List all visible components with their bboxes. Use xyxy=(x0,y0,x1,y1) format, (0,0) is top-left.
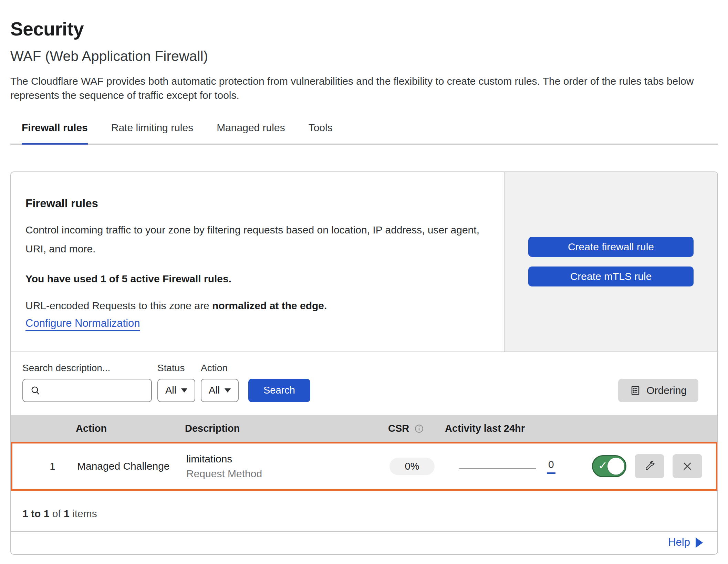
normalization-note: URL-encoded Requests to this zone are no… xyxy=(25,300,490,312)
rule-actions-panel: Create firewall rule Create mTLS rule xyxy=(504,172,717,352)
usage-summary: You have used 1 of 5 active Firewall rul… xyxy=(25,273,490,285)
items-summary: 1 to 1 of 1 items xyxy=(11,491,717,531)
page-intro: The Cloudflare WAF provides both automat… xyxy=(10,74,716,103)
edit-rule-button[interactable] xyxy=(635,454,664,478)
tab-managed-rules[interactable]: Managed rules xyxy=(217,118,285,145)
search-input[interactable] xyxy=(22,379,152,402)
rules-table-header: Action Description CSR Activity last 24h… xyxy=(11,415,717,442)
page-subtitle: WAF (Web Application Firewall) xyxy=(10,48,718,64)
search-icon xyxy=(30,385,41,396)
firewall-rules-overview: Firewall rules Control incoming traffic … xyxy=(11,172,717,352)
firewall-rules-card: Firewall rules Control incoming traffic … xyxy=(10,171,718,555)
create-mtls-rule-button[interactable]: Create mTLS rule xyxy=(528,267,694,286)
rule-row: 1 Managed Challenge limitations Request … xyxy=(11,442,717,491)
help-link[interactable]: Help xyxy=(668,536,690,549)
caret-down-icon xyxy=(225,388,231,393)
search-description-label: Search description... xyxy=(22,363,152,374)
check-icon: ✓ xyxy=(598,459,607,472)
waf-tab-bar: Firewall rules Rate limiting rules Manag… xyxy=(10,118,718,145)
status-label: Status xyxy=(157,363,195,374)
rule-priority: 1 xyxy=(12,460,77,472)
tab-tools[interactable]: Tools xyxy=(309,118,333,145)
action-select[interactable]: All xyxy=(201,379,239,402)
rule-action: Managed Challenge xyxy=(77,460,186,472)
activity-count-link[interactable]: 0 xyxy=(547,459,555,474)
create-firewall-rule-button[interactable]: Create firewall rule xyxy=(528,237,694,257)
activity-sparkline: 0 xyxy=(446,459,577,474)
page-title: Security xyxy=(10,18,718,40)
header-activity: Activity last 24hr xyxy=(445,423,576,434)
header-description: Description xyxy=(185,423,388,434)
header-action: Action xyxy=(76,423,185,434)
delete-rule-button[interactable] xyxy=(673,454,702,478)
rule-expression: Request Method xyxy=(186,468,389,480)
wrench-icon xyxy=(643,460,656,472)
arrow-right-icon xyxy=(696,537,703,548)
security-waf-page: Security WAF (Web Application Firewall) … xyxy=(0,0,728,555)
rule-description: limitations xyxy=(186,453,389,465)
card-description: Control incoming traffic to your zone by… xyxy=(25,220,483,259)
rules-filter-bar: Search description... Status All xyxy=(11,352,717,415)
info-icon[interactable] xyxy=(414,424,424,434)
close-icon xyxy=(682,460,693,472)
header-csr: CSR xyxy=(388,423,409,434)
list-document-icon xyxy=(630,385,641,396)
search-button[interactable]: Search xyxy=(248,379,310,402)
card-heading: Firewall rules xyxy=(25,197,490,210)
status-select[interactable]: All xyxy=(157,379,195,402)
configure-normalization-link[interactable]: Configure Normalization xyxy=(25,317,140,330)
ordering-button[interactable]: Ordering xyxy=(618,379,698,402)
caret-down-icon xyxy=(181,388,187,393)
rule-enabled-toggle[interactable]: ✓ xyxy=(592,455,626,477)
tab-rate-limiting-rules[interactable]: Rate limiting rules xyxy=(111,118,193,145)
csr-badge: 0% xyxy=(389,458,435,475)
sparkline-flat-line xyxy=(459,468,536,469)
tab-firewall-rules[interactable]: Firewall rules xyxy=(22,118,88,145)
action-label: Action xyxy=(201,363,239,374)
